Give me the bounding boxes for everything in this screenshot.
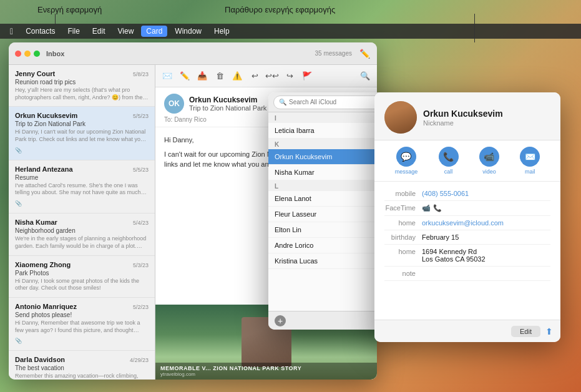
mail-item-6[interactable]: Darla Davidson 4/29/23 The best vacation…: [9, 351, 155, 380]
field-birthday: birthday February 15: [384, 230, 550, 245]
mail-date-2: 5/5/23: [133, 167, 149, 173]
detail-sender-name: Orkun Kucuksevim: [189, 96, 266, 104]
field-facetime-label: FaceTime: [384, 204, 422, 212]
attachment-icon-5: 📎: [15, 338, 22, 344]
contact-name-area: Orkun Kucuksevim Nickname: [423, 109, 503, 127]
contact-avatar-image: [384, 101, 417, 134]
mail-sender-4: Xiaomeng Zhong: [15, 261, 71, 268]
contact-avatar: [384, 101, 417, 134]
message-action-icon: 💬: [396, 147, 416, 167]
mail-window-toolbar: Inbox 35 messages ✏️: [9, 42, 377, 65]
mail-item-1[interactable]: Orkun Kucuksevim 5/5/23 Trip to Zion Nat…: [9, 107, 155, 160]
mail-item-0[interactable]: Jenny Court 5/8/23 Reunion road trip pic…: [9, 65, 155, 107]
add-contact-button[interactable]: +: [275, 315, 286, 326]
facetime-video-icon[interactable]: 📹: [422, 204, 431, 212]
attachment-icon-1: 📎: [15, 147, 22, 154]
detail-delete-icon[interactable]: 🗑: [213, 69, 227, 83]
field-address-label: home: [384, 248, 422, 263]
share-contact-button[interactable]: ⬆: [545, 326, 553, 336]
contact-footer: Edit ⬆: [374, 320, 560, 342]
minimize-button[interactable]: [24, 51, 31, 57]
contact-detail-header: Orkun Kucuksevim Nickname: [374, 92, 560, 140]
facetime-phone-icon[interactable]: 📞: [433, 204, 442, 212]
menubar-window[interactable]: Window: [170, 26, 207, 37]
mail-sender-3: Nisha Kumar: [15, 218, 57, 226]
detail-reply-all-icon[interactable]: ↩↩: [265, 69, 279, 83]
traffic-lights: [15, 51, 40, 57]
mail-subject-4: Park Photos: [15, 270, 149, 277]
mail-item-2[interactable]: Herland Antezana 5/5/23 Resume I've atta…: [9, 160, 155, 213]
mail-date-3: 5/4/23: [133, 220, 149, 226]
mail-preview-0: Hey, y'all! Here are my selects (that's …: [15, 87, 149, 101]
edit-contact-button[interactable]: Edit: [511, 326, 540, 337]
field-mobile-label: mobile: [384, 190, 422, 197]
mail-subject-3: Neighborhood garden: [15, 227, 149, 234]
menubar-edit[interactable]: Edit: [87, 26, 110, 37]
contacts-search-bar[interactable]: 🔍: [273, 96, 388, 109]
mail-sender-5: Antonio Manriquez: [15, 303, 77, 310]
detail-archive-icon[interactable]: 📥: [195, 69, 209, 83]
field-mobile-value[interactable]: (408) 555-0061: [422, 190, 550, 197]
contact-name: Orkun Kucuksevim: [423, 109, 503, 119]
menubar-file[interactable]: File: [62, 26, 84, 37]
mail-action-icon: ✉️: [520, 147, 540, 167]
detail-flag-icon[interactable]: 🚩: [300, 69, 314, 83]
menubar-view[interactable]: View: [113, 26, 139, 37]
mail-date-0: 5/8/23: [133, 71, 149, 77]
apple-menu[interactable]: : [5, 26, 18, 36]
detail-new-message-icon[interactable]: ✉️: [160, 69, 174, 83]
contact-actions: 💬 message 📞 call 📹 video ✉️ mail: [374, 140, 560, 182]
contact-fields: mobile (408) 555-0061 FaceTime 📹 📞 home …: [374, 182, 560, 320]
contact-action-video[interactable]: 📹 video: [479, 147, 499, 175]
message-action-label: message: [395, 169, 418, 175]
field-note: note: [384, 267, 550, 281]
mail-inbox-subtitle: 35 messages: [315, 50, 352, 57]
sender-avatar: OK: [164, 94, 184, 114]
mail-subject-5: Send photos please!: [15, 311, 149, 318]
mail-date-6: 4/29/23: [130, 357, 149, 363]
contacts-search-input[interactable]: [289, 99, 383, 105]
field-note-label: note: [384, 270, 422, 277]
detail-forward-icon[interactable]: ↪: [283, 69, 296, 83]
mail-message-list: Jenny Court 5/8/23 Reunion road trip pic…: [9, 65, 155, 380]
fullscreen-button[interactable]: [34, 51, 40, 57]
mail-subject-0: Reunion road trip pics: [15, 79, 149, 86]
mail-sender-0: Jenny Court: [15, 70, 55, 77]
menubar-card[interactable]: Card: [141, 26, 167, 37]
image-caption: MEMORABLE V... ZION NATIONAL PARK STORY: [160, 365, 372, 371]
field-birthday-label: birthday: [384, 233, 422, 241]
field-facetime: FaceTime 📹 📞: [384, 201, 550, 216]
attachment-icon-2: 📎: [15, 200, 22, 207]
mail-inbox-title: Inbox: [46, 50, 64, 57]
call-action-label: call: [444, 169, 453, 175]
field-birthday-value: February 15: [422, 233, 550, 241]
contact-nickname: Nickname: [423, 119, 503, 127]
mail-item-5[interactable]: Antonio Manriquez 5/2/23 Send photos ple…: [9, 298, 155, 351]
field-email: home orkucuksevim@icloud.com: [384, 216, 550, 230]
contact-action-mail[interactable]: ✉️ mail: [520, 147, 540, 175]
detail-reply-icon[interactable]: ↩: [248, 69, 261, 83]
mail-sender-1: Orkun Kucuksevim: [15, 112, 77, 119]
sender-info: Orkun Kucuksevim Trip to Zion National P…: [189, 96, 266, 112]
mail-subject-6: The best vacation: [15, 365, 149, 371]
field-mobile: mobile (408) 555-0061: [384, 187, 550, 201]
mail-item-3[interactable]: Nisha Kumar 5/4/23 Neighborhood garden W…: [9, 213, 155, 255]
field-address: home 1694 Kennedy Rd Los Gatos CA 95032: [384, 245, 550, 267]
contact-action-call[interactable]: 📞 call: [439, 147, 459, 175]
compose-icon[interactable]: ✏️: [358, 47, 371, 60]
mail-preview-4: Hi Danny, I took some great photos of th…: [15, 278, 149, 292]
menubar-contacts[interactable]: Contacts: [21, 26, 60, 37]
detail-compose-icon[interactable]: ✏️: [178, 69, 192, 83]
contact-action-message[interactable]: 💬 message: [395, 147, 418, 175]
video-action-icon: 📹: [479, 147, 499, 167]
detail-search-icon[interactable]: 🔍: [358, 69, 372, 83]
field-email-value[interactable]: orkucuksevim@icloud.com: [422, 219, 550, 227]
close-button[interactable]: [15, 51, 21, 57]
mail-item-4[interactable]: Xiaomeng Zhong 5/3/23 Park Photos Hi Dan…: [9, 256, 155, 298]
mail-preview-1: Hi Danny, I can't wait for our upcoming …: [15, 129, 149, 143]
mail-preview-6: Remember this amazing vacation—rock clim…: [15, 373, 149, 380]
mail-subject-2: Resume: [15, 174, 149, 181]
detail-junk-icon[interactable]: ⚠️: [230, 69, 244, 83]
mail-toolbar-icons: ✏️: [358, 47, 371, 60]
menubar-help[interactable]: Help: [209, 26, 235, 37]
